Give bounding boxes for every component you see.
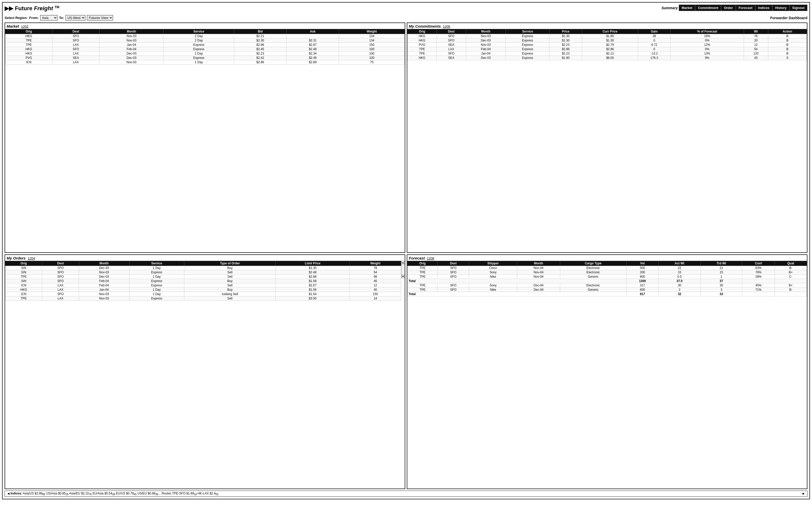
- orders-col-orig: Orig: [5, 261, 42, 266]
- nav-order-btn[interactable]: Order: [721, 5, 735, 11]
- main-grid: Market 1202 Orig Dest Month Service Bid …: [5, 23, 807, 489]
- fc-col-trd-wt: Trd Wt: [700, 261, 742, 266]
- to-select[interactable]: US-West US-East Europe: [65, 15, 85, 21]
- comm-col-dest: Dest: [437, 29, 466, 34]
- table-row: PVGSEADec-03Express$2.42$2.49100: [5, 56, 405, 60]
- orders-col-dest: Dest: [42, 261, 79, 266]
- nav-forecast-btn[interactable]: Forecast: [736, 5, 755, 11]
- orders-id: 1204: [28, 256, 35, 260]
- table-row: HKGSFOFeb-04Express$2.45$2.48100: [5, 47, 405, 51]
- market-col-service: Service: [164, 29, 234, 34]
- logo-tm: TM: [54, 5, 59, 9]
- fc-col-shipper: Shipper: [469, 261, 517, 266]
- table-row: HKGSFODec-03Express$1.30$1.3000%20B: [408, 38, 807, 43]
- region-selector: Select Region: From: Asia Europe US To: …: [5, 15, 113, 21]
- nav-history-btn[interactable]: History: [772, 5, 789, 11]
- market-panel: Market 1202 Orig Dest Month Service Bid …: [5, 23, 405, 253]
- select-region-label: Select Region:: [5, 16, 28, 20]
- from-label: From:: [29, 16, 38, 20]
- table-row: HKGLAXDec-031 Day$2.23$2.34100: [5, 51, 405, 56]
- comm-col-wt: Wt: [744, 29, 768, 34]
- header: ▶▶ Future Freight TM Summary Market Comm…: [5, 5, 807, 12]
- commitments-panel: My Commitments 1206 Orig Dest Month Serv…: [407, 23, 807, 253]
- commitments-id: 1206: [443, 25, 450, 28]
- orders-col-weight: Weight: [350, 261, 401, 266]
- fc-col-month: Month: [517, 261, 560, 266]
- table-row: Total130037.537: [408, 279, 807, 283]
- table-row: TPESFOSonyDec-04Electronic317303045%B+: [408, 283, 807, 288]
- commitments-title: My Commitments: [409, 24, 441, 28]
- nav-indices-btn[interactable]: Indices: [755, 5, 772, 11]
- market-col-dest: Dest: [52, 29, 99, 34]
- table-row: HKGSEADec-03Express$1.90$6.00176.39%43S: [408, 56, 807, 60]
- table-row: TPESFOCiscoNov-04Electronic500222163%B-: [408, 266, 807, 270]
- comm-col-pct-forecast: % of Forecast: [671, 29, 744, 34]
- orders-title: My Orders: [7, 256, 26, 260]
- from-select[interactable]: Asia Europe US: [40, 15, 58, 21]
- forecast-panel: Forecast 1208 Orig Dest Shipper Month Ca…: [407, 254, 807, 489]
- logo: ▶▶ Future Freight TM: [5, 5, 59, 12]
- table-row: TPELAXJan-04Express$2.86$2.87150: [5, 43, 405, 47]
- to-label: To:: [59, 16, 64, 20]
- table-row: Total9173233: [408, 292, 807, 296]
- market-col-bid: Bid: [234, 29, 286, 34]
- logo-arrows: ▶▶: [5, 5, 13, 12]
- comm-col-service: Service: [506, 29, 549, 34]
- market-col-weight: Weight: [339, 29, 405, 34]
- forecast-title: Forecast: [409, 256, 425, 260]
- table-row: PVGSEANov-03Express$2.23$2.796.7212%12B: [408, 43, 807, 47]
- table-row: HKGLAXJan-041 DayBuy$1.5640: [5, 288, 401, 292]
- fc-col-act-wt: Act Wt: [658, 261, 700, 266]
- orders-col-month: Month: [79, 261, 129, 266]
- orders-table-wrap[interactable]: Orig Dest Month Service Type of Order Li…: [5, 261, 401, 301]
- orders-col-service: Service: [129, 261, 184, 266]
- comm-col-price: Price: [549, 29, 582, 34]
- app-container: ▶▶ Future Freight TM Summary Market Comm…: [2, 2, 810, 499]
- scroll-left-icon[interactable]: ◀: [6, 492, 10, 495]
- orders-scroll-down[interactable]: ▼: [401, 275, 405, 278]
- nav-market-btn[interactable]: Market: [679, 5, 695, 11]
- fc-col-dest: Dest: [438, 261, 469, 266]
- fc-col-conf: Conf: [742, 261, 775, 266]
- table-row: TPESFODec-031 DaySell$2.8898: [5, 274, 401, 279]
- table-row: TPESFONov-032 Day$2.30$2.31134: [5, 38, 405, 43]
- fc-col-qual: Qual: [775, 261, 807, 266]
- table-row: ICNSFONov-031 DayIceberg Sell$1.54150: [5, 292, 401, 296]
- table-row: TPESFOJan-04Express$2.23$2.12-13.213%120…: [408, 51, 807, 56]
- table-row: TPESFONikeDec-04Generic6002371%B-: [408, 288, 807, 292]
- logo-bold: Future: [15, 5, 32, 12]
- orders-scroll-up[interactable]: ▲: [401, 261, 405, 264]
- forecast-id: 1208: [427, 256, 434, 260]
- comm-col-orig: Orig: [408, 29, 437, 34]
- nav-summary-label: Summary: [661, 6, 678, 10]
- table-row: TPELAXNov-03ExpressSell$3.5014: [5, 296, 401, 300]
- dashboard-label: Forwarder Dashboard: [770, 16, 807, 20]
- scroll-right-icon[interactable]: ▶: [802, 492, 806, 495]
- logo-italic: Freight: [34, 5, 53, 12]
- nav-signout-btn[interactable]: Signout: [789, 5, 807, 11]
- forecast-table: Orig Dest Shipper Month Cargo Type Vol A…: [407, 261, 807, 296]
- market-title: Market: [7, 24, 19, 28]
- comm-col-action: Action: [768, 29, 807, 34]
- table-row: SINSFOFeb-04ExpressBuy$1.5845: [5, 279, 401, 283]
- table-row: HKGSFONov-032 Day$2.21134: [5, 34, 405, 38]
- comm-col-month: Month: [466, 29, 506, 34]
- orders-col-limit: Limit Price: [276, 261, 350, 266]
- comm-col-gain: Gain: [638, 29, 670, 34]
- fc-col-vol: Vol: [627, 261, 658, 266]
- comm-col-curr-price: Curr Price: [582, 29, 638, 34]
- nav-commitment-btn[interactable]: Commitment: [695, 5, 721, 11]
- indices-text: Indices: Asia/US $2.8885 US/Asia $0.8525…: [10, 492, 802, 496]
- nav-bar: Summary Market Commitment Order Forecast…: [661, 5, 807, 11]
- forecast-header: Forecast 1208: [407, 255, 807, 261]
- orders-header: My Orders 1204: [5, 255, 405, 261]
- commitments-header: My Commitments 1206: [407, 23, 807, 29]
- market-header: Market 1202: [5, 23, 405, 29]
- fc-col-orig: Orig: [408, 261, 438, 266]
- commitments-table: Orig Dest Month Service Price Curr Price…: [407, 29, 807, 60]
- table-row: ICNLAXFeb-04ExpressSell$2.6712: [5, 283, 401, 288]
- table-row: ICNLAXNov-031 Day$2.86$2.8975: [5, 60, 405, 64]
- orders-panel: My Orders 1204 Orig Dest Month Service: [5, 254, 405, 489]
- market-col-orig: Orig: [5, 29, 52, 34]
- view-select[interactable]: Futures View Spot View: [87, 15, 113, 21]
